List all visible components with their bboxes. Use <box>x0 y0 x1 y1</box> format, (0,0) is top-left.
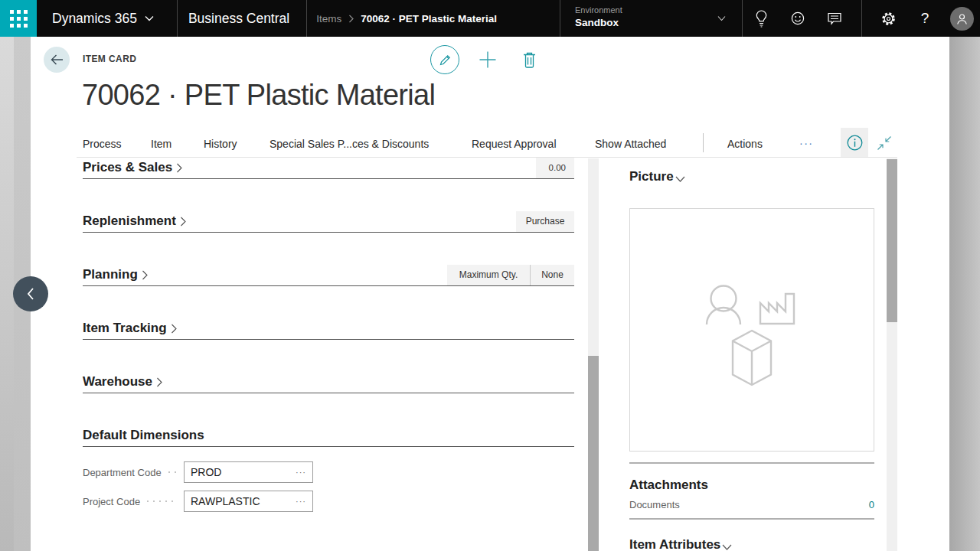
app-launcher-button[interactable] <box>0 0 37 37</box>
content-scrollbar-thumb[interactable] <box>588 356 599 551</box>
info-button[interactable] <box>841 128 868 157</box>
collapse-pane-button[interactable] <box>876 135 893 152</box>
whats-new-button[interactable] <box>743 0 779 37</box>
delete-button[interactable] <box>522 51 537 71</box>
picture-section-header[interactable]: Picture <box>629 169 685 184</box>
chevron-left-icon <box>25 286 36 302</box>
project-code-lookup-button[interactable]: ··· <box>296 497 312 506</box>
factbox-divider <box>629 518 874 520</box>
help-button[interactable]: ? <box>906 0 943 37</box>
replenishment-system-summary: Purchase <box>516 211 574 232</box>
chevron-right-icon <box>142 270 148 280</box>
section-divider <box>83 339 574 340</box>
section-prices-and-sales[interactable]: Prices & Sales 0.00 <box>83 157 574 178</box>
brand-label: Dynamics 365 <box>52 11 137 27</box>
waffle-icon <box>10 10 28 28</box>
section-divider <box>83 285 574 286</box>
chevron-down-icon <box>145 15 154 21</box>
section-warehouse[interactable]: Warehouse <box>83 371 574 393</box>
section-divider <box>83 232 574 233</box>
section-item-tracking[interactable]: Item Tracking <box>83 318 574 339</box>
arrow-left-icon <box>51 54 64 65</box>
unit-price-summary: 0.00 <box>536 158 574 178</box>
left-background <box>0 37 14 551</box>
tab-special-sales-prices-discounts[interactable]: Special Sales P...ces & Discounts <box>270 138 429 150</box>
dotted-leader <box>147 500 177 502</box>
item-picture-placeholder[interactable] <box>629 208 874 452</box>
info-icon <box>847 135 863 151</box>
section-default-dimensions: Default Dimensions <box>83 425 574 446</box>
attachments-section-header: Attachments <box>629 478 708 493</box>
documents-count-link[interactable]: 0 <box>869 499 874 510</box>
tab-show-attached[interactable]: Show Attached <box>595 138 666 150</box>
section-divider <box>83 393 574 393</box>
back-button[interactable] <box>44 47 70 73</box>
section-replenishment[interactable]: Replenishment Purchase <box>83 210 574 232</box>
chat-icon <box>828 12 841 25</box>
environment-picker[interactable]: Environment Sandbox <box>560 0 743 37</box>
tab-item[interactable]: Item <box>151 138 172 150</box>
planning-none-summary: None <box>530 265 574 285</box>
chevron-down-icon <box>675 176 685 182</box>
plus-icon <box>479 51 497 69</box>
trash-icon <box>522 51 537 68</box>
feedback-smiley-button[interactable] <box>779 0 816 37</box>
chevron-down-icon <box>717 15 726 21</box>
pencil-icon <box>439 54 452 67</box>
section-divider <box>83 178 574 179</box>
divider <box>861 0 862 37</box>
edit-button[interactable] <box>430 45 459 74</box>
project-code-label: Project Code <box>83 491 181 512</box>
collapse-arrows-icon <box>876 135 893 152</box>
breadcrumb-parent[interactable]: Items <box>316 13 341 24</box>
documents-row: Documents 0 <box>629 499 874 510</box>
settings-button[interactable] <box>870 0 906 37</box>
chevron-right-icon <box>180 217 186 227</box>
factbox-scrollbar-thumb[interactable] <box>887 159 897 322</box>
gear-icon <box>881 11 896 26</box>
collapse-role-explorer-button[interactable] <box>13 276 48 311</box>
reordering-policy-summary: Maximum Qty. <box>447 265 530 285</box>
environment-label: Environment <box>575 5 742 15</box>
chevron-right-icon <box>176 163 182 173</box>
department-code-lookup-button[interactable]: ··· <box>296 468 312 477</box>
chevron-right-icon <box>171 324 177 334</box>
dotted-leader <box>168 471 177 473</box>
department-code-value: PROD <box>185 466 296 478</box>
avatar <box>950 7 974 31</box>
new-button[interactable] <box>479 51 497 72</box>
project-code-value: RAWPLASTIC <box>185 495 296 507</box>
divider <box>703 133 704 152</box>
item-placeholder-icon <box>630 209 874 451</box>
page-scrollbar[interactable] <box>949 37 980 551</box>
account-button[interactable] <box>943 0 980 37</box>
item-card-page: Dynamics 365 Business Central Items 7006… <box>0 0 980 551</box>
person-icon <box>956 12 969 25</box>
feedback-message-button[interactable] <box>816 0 853 37</box>
department-code-field[interactable]: PROD ··· <box>184 461 313 483</box>
tab-request-approval[interactable]: Request Approval <box>472 138 557 150</box>
chevron-right-icon <box>348 15 354 23</box>
project-code-field[interactable]: RAWPLASTIC ··· <box>184 491 313 512</box>
section-divider <box>83 446 574 447</box>
lightbulb-icon <box>755 10 768 28</box>
top-navigation-bar: Dynamics 365 Business Central Items 7006… <box>0 0 980 37</box>
business-central-home-link[interactable]: Business Central <box>178 0 306 37</box>
chevron-down-icon <box>722 544 732 550</box>
department-code-label: Department Code <box>83 461 181 483</box>
section-planning[interactable]: Planning Maximum Qty. None <box>83 264 574 285</box>
breadcrumb: Items 70062 · PET Plastic Material <box>307 0 506 37</box>
documents-label: Documents <box>629 499 680 510</box>
more-options-button[interactable]: ··· <box>799 137 814 149</box>
factbox-divider <box>629 462 874 464</box>
breadcrumb-current: 70062 · PET Plastic Material <box>361 13 497 24</box>
smiley-icon <box>791 11 805 25</box>
page-caption: ITEM CARD <box>83 54 136 64</box>
tab-process[interactable]: Process <box>83 138 122 150</box>
dynamics-365-menu[interactable]: Dynamics 365 <box>37 0 177 37</box>
tab-history[interactable]: History <box>204 138 237 150</box>
page-title: 70062 · PET Plastic Material <box>82 79 435 112</box>
item-attributes-section-header[interactable]: Item Attributes <box>629 537 732 551</box>
chevron-right-icon <box>156 377 162 387</box>
tab-actions[interactable]: Actions <box>727 138 763 150</box>
